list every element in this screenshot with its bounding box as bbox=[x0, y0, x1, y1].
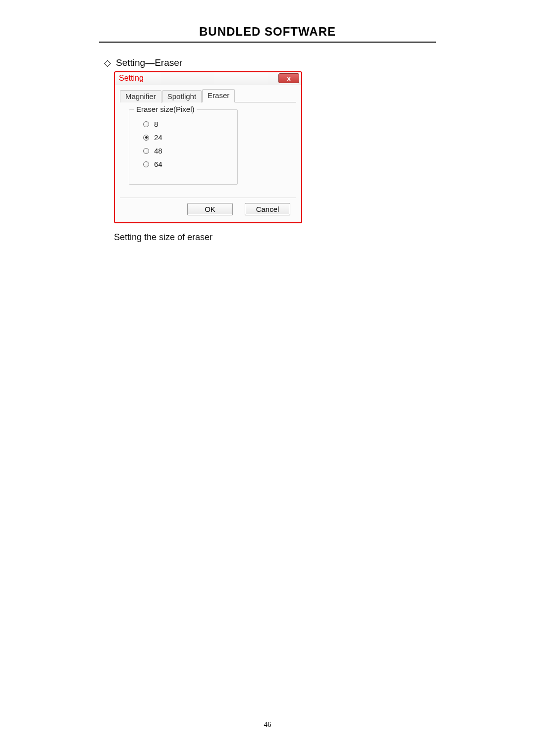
dialog-body: Magnifier Spotlight Eraser Eraser size(P… bbox=[115, 85, 301, 222]
radio-8[interactable]: 8 bbox=[143, 120, 229, 128]
dialog-title: Setting bbox=[119, 74, 144, 83]
dialog-footer: OK Cancel bbox=[120, 198, 296, 217]
document-page: BUNDLED SOFTWARE ◇ Setting—Eraser Settin… bbox=[0, 0, 535, 756]
close-button[interactable]: x bbox=[278, 73, 299, 83]
radio-icon bbox=[143, 148, 149, 154]
header-rule bbox=[99, 42, 436, 43]
group-legend: Eraser size(Pixel) bbox=[134, 105, 197, 113]
diamond-icon: ◇ bbox=[104, 58, 111, 67]
radio-label: 48 bbox=[154, 147, 162, 155]
radio-48[interactable]: 48 bbox=[143, 147, 229, 155]
dialog-titlebar: Setting x bbox=[115, 72, 301, 85]
radio-label: 24 bbox=[154, 133, 162, 142]
tab-spotlight[interactable]: Spotlight bbox=[162, 90, 202, 102]
radio-icon bbox=[143, 161, 149, 167]
radio-icon bbox=[143, 121, 149, 127]
radio-icon bbox=[143, 135, 149, 141]
page-title: BUNDLED SOFTWARE bbox=[99, 25, 436, 42]
cancel-button[interactable]: Cancel bbox=[245, 203, 290, 215]
radio-label: 64 bbox=[154, 160, 162, 168]
figure-caption: Setting the size of eraser bbox=[114, 232, 436, 243]
settings-dialog: Setting x Magnifier Spotlight Eraser Era… bbox=[114, 71, 302, 223]
close-icon: x bbox=[287, 75, 290, 82]
page-number: 46 bbox=[0, 720, 535, 729]
radio-dot-icon bbox=[145, 136, 148, 139]
radio-64[interactable]: 64 bbox=[143, 160, 229, 168]
tab-eraser[interactable]: Eraser bbox=[202, 89, 235, 102]
bullet-text: Setting—Eraser bbox=[116, 57, 182, 68]
tab-bar: Magnifier Spotlight Eraser bbox=[120, 89, 296, 102]
eraser-size-group: Eraser size(Pixel) 8 24 48 64 bbox=[129, 109, 238, 185]
bullet-line: ◇ Setting—Eraser bbox=[104, 57, 436, 68]
tab-magnifier[interactable]: Magnifier bbox=[120, 90, 161, 102]
radio-label: 8 bbox=[154, 120, 158, 128]
ok-button[interactable]: OK bbox=[187, 203, 233, 215]
radio-24[interactable]: 24 bbox=[143, 133, 229, 142]
